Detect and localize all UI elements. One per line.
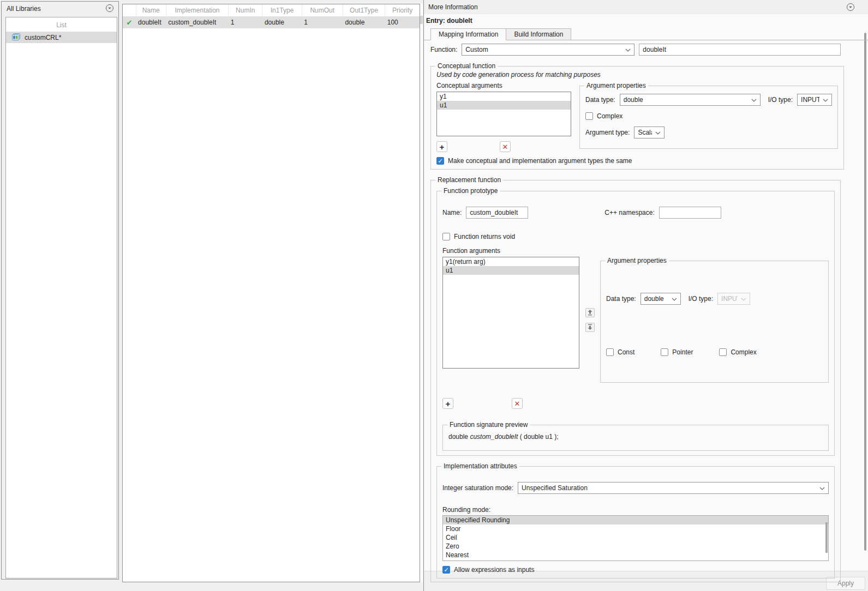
valid-check-icon: ✔ (127, 19, 133, 27)
rounding-option-zero[interactable]: Zero (443, 542, 828, 551)
tab-build-information[interactable]: Build Information (506, 28, 571, 40)
cell-numin: 1 (229, 16, 262, 28)
complex-label: Complex (731, 348, 756, 356)
replacement-argument-properties-group: Argument properties Data type: double I/… (600, 257, 829, 383)
move-up-button[interactable] (585, 308, 595, 317)
io-type-label: I/O type: (689, 295, 713, 303)
const-label: Const (618, 348, 634, 356)
library-icon (11, 33, 21, 43)
function-returns-void-checkbox[interactable]: ✓ (442, 233, 450, 240)
signature-function-name: custom_doubleIt (470, 433, 518, 441)
more-information-panel: More Information Entry: doubleIt Mapping… (423, 0, 868, 591)
rounding-option-floor[interactable]: Floor (443, 524, 828, 533)
conceptual-argument-properties-group: Argument properties Data type: double I/… (579, 82, 838, 149)
rounding-mode-list[interactable]: Unspecified Rounding Floor Ceil Zero Nea… (442, 515, 829, 561)
libraries-list-header: List (6, 17, 117, 32)
column-header-implementation[interactable]: Implementation (166, 4, 228, 16)
same-types-label: Make conceptual and implementation argum… (448, 157, 632, 165)
integer-saturation-mode-dropdown[interactable]: Unspecified Saturation (518, 482, 829, 494)
cell-numout: 1 (302, 16, 343, 28)
argument-properties-legend: Argument properties (605, 257, 669, 264)
column-header-check[interactable] (123, 4, 136, 16)
panel-collapse-chevron-icon[interactable] (846, 3, 855, 13)
cell-out1type: double (343, 16, 385, 28)
name-label: Name: (442, 209, 462, 216)
column-header-priority[interactable]: Priority (385, 4, 420, 16)
const-checkbox[interactable]: ✓ (606, 348, 614, 356)
conceptual-note: Used by code generation process for matc… (436, 71, 838, 79)
all-libraries-header: All Libraries (2, 2, 118, 16)
function-arguments-list[interactable]: y1(return arg) u1 (442, 257, 579, 369)
conceptual-io-type-dropdown[interactable]: INPUT (797, 94, 832, 106)
panel-collapse-chevron-icon[interactable] (105, 4, 114, 14)
function-signature-preview-group: Function signature preview double custom… (442, 421, 829, 451)
list-item-u1[interactable]: u1 (443, 266, 579, 275)
libraries-list: List customCRL* (5, 17, 117, 578)
same-types-checkbox[interactable]: ✓ (436, 157, 444, 165)
replacement-complex-checkbox[interactable]: ✓ (719, 348, 727, 356)
cpp-namespace-field[interactable] (659, 207, 721, 219)
column-header-name[interactable]: Name (136, 4, 166, 16)
pointer-checkbox[interactable]: ✓ (661, 348, 668, 356)
move-down-button[interactable] (585, 323, 595, 332)
entry-name-field[interactable]: doubleIt (639, 44, 841, 56)
entry-title: Entry: doubleIt (424, 14, 868, 25)
pointer-label: Pointer (672, 348, 693, 356)
conceptual-complex-checkbox[interactable]: ✓ (585, 112, 593, 120)
remove-conceptual-argument-button[interactable]: ✕ (500, 141, 511, 152)
chevron-down-icon (655, 129, 661, 136)
rounding-list-scrollbar[interactable] (825, 522, 828, 553)
conceptual-arguments-list[interactable]: y1 u1 (436, 92, 571, 136)
entries-table-panel: Name Implementation NumIn In1Type NumOut… (122, 4, 420, 582)
cell-priority: 100 (385, 16, 420, 28)
library-item-customCRL[interactable]: customCRL* (6, 32, 117, 43)
function-signature-text: double custom_doubleIt ( double u1 ); (448, 429, 823, 446)
integer-saturation-mode-label: Integer saturation mode: (442, 484, 513, 492)
column-header-in1type[interactable]: In1Type (262, 4, 302, 16)
allow-expressions-label: Allow expressions as inputs (454, 566, 534, 574)
function-name-field[interactable]: custom_doubleIt (466, 207, 528, 219)
function-dropdown[interactable]: Custom (462, 44, 634, 56)
remove-function-argument-button[interactable]: ✕ (512, 398, 523, 409)
rounding-option-unspecified[interactable]: Unspecified Rounding (443, 516, 828, 524)
function-returns-void-label: Function returns void (454, 233, 515, 240)
list-item-y1-return[interactable]: y1(return arg) (443, 257, 579, 266)
list-item-y1[interactable]: y1 (437, 92, 571, 101)
code-replacement-tool-window: All Libraries List customCRL* (0, 0, 868, 591)
data-type-label: Data type: (606, 295, 636, 303)
add-conceptual-argument-button[interactable]: + (436, 141, 447, 152)
chevron-down-icon (751, 96, 757, 104)
chevron-down-icon (741, 295, 746, 303)
tab-bar: Mapping Information Build Information (424, 28, 868, 40)
more-information-title: More Information (428, 3, 478, 11)
allow-expressions-checkbox[interactable]: ✓ (442, 566, 450, 574)
function-signature-preview-legend: Function signature preview (447, 421, 530, 429)
column-header-numout[interactable]: NumOut (302, 4, 343, 16)
function-prototype-legend: Function prototype (441, 187, 500, 195)
cell-name: doubleIt (136, 16, 166, 28)
rounding-option-ceil[interactable]: Ceil (443, 533, 828, 542)
replacement-io-type-dropdown: INPUT (717, 293, 750, 305)
table-row[interactable]: ✔ doubleIt custom_doubleIt 1 double 1 do… (123, 16, 420, 28)
conceptual-function-group: Conceptual function Used by code generat… (430, 62, 844, 170)
tab-mapping-information[interactable]: Mapping Information (430, 28, 506, 40)
add-function-argument-button[interactable]: + (442, 398, 453, 409)
entries-table: Name Implementation NumIn In1Type NumOut… (123, 4, 420, 28)
cell-implementation: custom_doubleIt (166, 16, 228, 28)
io-type-label: I/O type: (768, 96, 793, 104)
mapping-information-tab-content: Function: Custom doubleIt Conceptual fun… (424, 40, 868, 582)
rounding-option-nearest[interactable]: Nearest (443, 551, 828, 559)
data-type-label: Data type: (585, 96, 615, 104)
column-header-out1type[interactable]: Out1Type (343, 4, 385, 16)
argument-type-dropdown[interactable]: Scalar (634, 126, 665, 138)
all-libraries-panel: All Libraries List customCRL* (1, 1, 119, 580)
function-arguments-label: Function arguments (442, 247, 829, 255)
table-vertical-scrollbar[interactable] (420, 4, 423, 582)
list-item-u1[interactable]: u1 (437, 101, 571, 110)
replacement-data-type-dropdown[interactable]: double (640, 293, 681, 305)
replacement-function-group: Replacement function Function prototype … (430, 176, 841, 582)
conceptual-data-type-dropdown[interactable]: double (620, 94, 761, 106)
all-libraries-title: All Libraries (7, 5, 41, 13)
column-header-numin[interactable]: NumIn (229, 4, 262, 16)
argument-properties-legend: Argument properties (584, 82, 648, 89)
